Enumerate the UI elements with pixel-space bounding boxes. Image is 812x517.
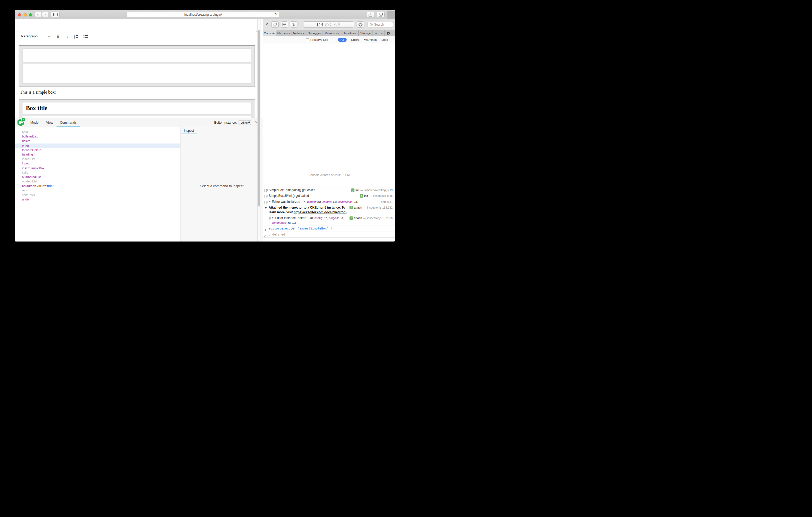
address-bar[interactable]: localhost/creating-a-plugin/ ↻ — [127, 12, 280, 17]
command-item[interactable]: outdentList — [14, 179, 180, 184]
sidebar-button[interactable] — [51, 12, 60, 17]
source-link[interactable]: inspector.js:133:326 — [367, 216, 393, 221]
plus-icon: + — [390, 12, 393, 18]
page-scrollbar-thumb[interactable] — [258, 30, 260, 207]
source-link[interactable]: inspector.js:133:182 — [367, 206, 393, 210]
commands-list: bold bulletedList delete enter forwardDe… — [14, 127, 180, 242]
source-link[interactable]: app.js:31 — [381, 200, 393, 204]
console-log-row: SimpleBoxUI#init() got called f init — e… — [263, 193, 395, 199]
tab-overview-button[interactable] — [377, 12, 384, 17]
command-item[interactable]: input — [14, 161, 180, 166]
tab-console[interactable]: Console — [263, 30, 276, 36]
tab-view[interactable]: View — [42, 118, 57, 127]
zoom-window-button[interactable] — [29, 13, 32, 17]
command-item[interactable]: shiftEnter — [14, 193, 180, 197]
bold-button[interactable]: B — [55, 33, 61, 40]
tab-storage[interactable]: Storage — [359, 30, 373, 36]
close-window-button[interactable] — [18, 13, 21, 17]
italic-button[interactable]: I — [64, 33, 71, 40]
source-link[interactable]: simpleboxediting.js:19 — [365, 188, 393, 193]
chevron-down-icon[interactable] — [48, 35, 51, 37]
tab-inspect[interactable]: Inspect — [181, 127, 197, 134]
command-item[interactable]: paragraph value="true" — [14, 184, 180, 188]
editor-content-area[interactable]: This is a simple box: Box title — [17, 41, 257, 118]
log-message: Attached the inspector to a CKEditor 5 i… — [269, 206, 347, 215]
tab-model[interactable]: Model — [27, 118, 42, 127]
source-link[interactable]: essentials.js:35 — [373, 194, 393, 199]
paragraph-text[interactable]: This is a simple box: — [20, 90, 56, 95]
command-label: shiftEnter — [22, 193, 35, 197]
command-item[interactable]: bulletedList — [14, 134, 180, 139]
filter-warnings-button[interactable]: Warnings — [364, 38, 377, 41]
resource-summary-button[interactable]: 4 0 0 — [303, 22, 354, 28]
filter-logs-button[interactable]: Logs — [381, 38, 388, 41]
filter-errors-button[interactable]: Errors — [351, 38, 359, 41]
share-button[interactable] — [366, 12, 374, 17]
command-item[interactable]: indentList — [14, 157, 180, 161]
simple-box-title-field[interactable]: Box title — [22, 102, 252, 115]
element-picker-button[interactable] — [356, 22, 365, 28]
command-item[interactable]: delete — [14, 139, 180, 143]
gear-icon — [386, 31, 390, 35]
reload-icon[interactable]: ↻ — [274, 12, 277, 16]
console-log-row-nested: Editor instance "editor" – Kl {config: K… — [263, 215, 395, 225]
command-label: numberedList — [22, 175, 40, 179]
collapse-triangle-icon[interactable] — [265, 207, 267, 209]
command-item[interactable]: numberedList — [14, 175, 180, 179]
command-item[interactable]: undo — [14, 197, 180, 202]
bulleted-list-button[interactable] — [82, 33, 89, 40]
search-field[interactable]: Search — [368, 22, 393, 27]
expand-triangle-icon[interactable] — [269, 201, 270, 203]
tab-elements[interactable]: Elements — [276, 30, 291, 36]
simple-box-description-field[interactable] — [23, 64, 252, 84]
tab-timelines[interactable]: Timelines — [341, 30, 359, 36]
numbered-list-button[interactable]: 12 — [73, 33, 80, 40]
command-item-selected[interactable]: enter — [14, 144, 180, 148]
error-icon — [325, 23, 328, 26]
command-item[interactable]: italic — [14, 171, 180, 175]
function-name: init — [355, 188, 359, 193]
command-item[interactable]: bold — [14, 130, 180, 134]
command-item[interactable]: insertSimpleBox — [14, 166, 180, 171]
web-page: Paragraph B I 12 — [14, 19, 263, 242]
property-key: plugins: — [329, 216, 339, 219]
new-tab-button[interactable]: + — [387, 11, 395, 19]
reload-page-button[interactable]: ↻ — [290, 22, 297, 28]
page-scrollbar[interactable] — [257, 19, 261, 242]
command-label: insertSimpleBox — [22, 166, 44, 170]
console-prompt-row[interactable] — [263, 237, 395, 242]
tab-network[interactable]: Network — [291, 30, 306, 36]
close-inspector-button[interactable]: ✕ — [265, 22, 268, 26]
dock-side-button[interactable] — [281, 22, 288, 28]
command-item[interactable]: heading — [14, 152, 180, 157]
function-name: init — [364, 194, 368, 199]
tab-debugger[interactable]: Debugger — [306, 30, 323, 36]
minimize-window-button[interactable] — [24, 13, 27, 17]
expand-triangle-icon[interactable] — [272, 217, 273, 219]
simple-box-widget-selected[interactable] — [19, 45, 255, 87]
preserve-log-control[interactable]: Preserve Log — [306, 38, 328, 41]
forward-button[interactable]: › — [42, 12, 48, 17]
preserve-log-checkbox[interactable] — [306, 38, 309, 41]
simple-box-widget[interactable]: Box title — [19, 99, 255, 118]
back-button[interactable]: ‹ — [35, 12, 41, 17]
tab-label: View — [46, 121, 53, 124]
property-value: Ea, — [332, 200, 339, 203]
console-cleared-message: Console cleared at 3:01:15 PM — [263, 173, 395, 176]
filter-all-button[interactable]: All — [338, 38, 347, 42]
ckeditor-docs-link[interactable]: https://ckeditor.com/docs/ckeditor5 — [293, 210, 346, 214]
command-item[interactable]: redo — [14, 188, 180, 193]
add-tab-button[interactable]: + — [379, 30, 384, 36]
inspector-header: 5 Model View Commands Editor instance: e… — [14, 118, 263, 127]
settings-button[interactable] — [384, 30, 392, 36]
tab-overflow-button[interactable]: » — [373, 30, 379, 36]
tab-label: Model — [30, 121, 39, 124]
tab-resources[interactable]: Resources — [323, 30, 341, 36]
simple-box-title-field[interactable] — [23, 48, 252, 62]
command-item[interactable]: forwardDelete — [14, 148, 180, 152]
paragraph-dropdown-label[interactable]: Paragraph — [21, 34, 38, 38]
tab-commands[interactable]: Commands — [57, 118, 80, 127]
editor-instance-select[interactable]: editor — [239, 120, 251, 125]
detach-inspector-button[interactable] — [271, 22, 279, 28]
box-title-text[interactable]: Box title — [23, 102, 252, 112]
